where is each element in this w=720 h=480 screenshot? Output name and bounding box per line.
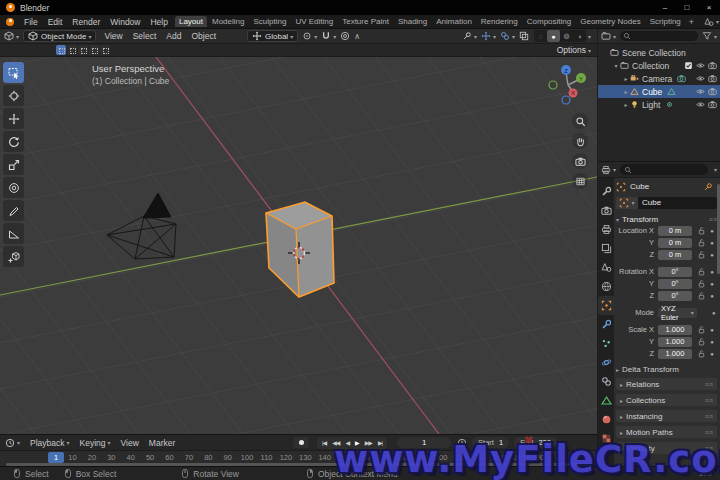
lock-icon[interactable] xyxy=(695,267,708,276)
viewport-3d[interactable]: User Perspective (1) Collection | Cube Z… xyxy=(0,57,597,434)
tab-rendering[interactable]: Rendering xyxy=(477,16,522,27)
value-field[interactable]: 0° xyxy=(658,291,692,301)
render-visibility-icon[interactable] xyxy=(708,61,717,70)
animate-dot-icon[interactable]: ● xyxy=(708,339,716,345)
hide-eye-icon[interactable] xyxy=(696,100,705,109)
outliner-row-cube[interactable]: ▸Cube xyxy=(598,85,720,98)
animate-dot-icon[interactable]: ● xyxy=(708,228,716,234)
gizmo-dropdown-button[interactable]: ▾ xyxy=(462,31,477,41)
properties-tab-modifiers[interactable] xyxy=(598,315,614,334)
options-button[interactable]: Options▾ xyxy=(557,45,591,55)
value-field[interactable]: 0 m xyxy=(658,226,692,236)
proportional-falloff-button[interactable]: ∧ xyxy=(354,32,360,41)
lock-icon[interactable] xyxy=(695,279,708,288)
animate-dot-icon[interactable]: ● xyxy=(708,327,716,333)
properties-tab-view-layer[interactable] xyxy=(598,239,614,258)
tab-compositing[interactable]: Compositing xyxy=(523,16,575,27)
value-field[interactable]: 1.000 xyxy=(658,337,692,347)
tab-animation[interactable]: Animation xyxy=(432,16,476,27)
delta-transform-panel[interactable]: ▸Delta Transform xyxy=(616,365,717,374)
tool-rotate-button[interactable] xyxy=(3,131,24,152)
outliner-search-field[interactable] xyxy=(620,31,698,41)
camera-view-button[interactable] xyxy=(572,153,588,169)
frame-end-field[interactable]: End250 xyxy=(514,437,557,448)
lock-icon[interactable] xyxy=(695,349,708,358)
animate-dot-icon[interactable]: ● xyxy=(708,281,716,287)
properties-tab-constraints[interactable] xyxy=(598,372,614,391)
viewport-menu-add[interactable]: Add xyxy=(161,31,186,41)
play-button[interactable]: ▶ xyxy=(352,439,362,446)
lock-icon[interactable] xyxy=(695,226,708,235)
shading-rendered-button[interactable]: ◑ xyxy=(573,30,586,42)
timeline-editor-icon[interactable]: ▾ xyxy=(0,438,25,448)
next-keyframe-button[interactable]: ▶▶ xyxy=(362,439,375,446)
panel-motion-paths[interactable]: ▸Motion Paths≡≡ xyxy=(616,426,717,438)
timeline-menu-view[interactable]: View xyxy=(116,438,144,448)
shading-dropdown-icon[interactable]: ▾ xyxy=(588,33,591,40)
properties-tab-render[interactable] xyxy=(598,201,614,220)
preview-range-clock-icon[interactable] xyxy=(457,438,467,448)
animate-dot-icon[interactable]: ● xyxy=(710,310,717,316)
transform-panel-header[interactable]: ▾ Transform ≡≡ xyxy=(616,215,717,224)
proportional-edit-button[interactable] xyxy=(340,31,350,41)
show-gizmos-toggle[interactable]: ▾ xyxy=(481,31,496,41)
properties-tab-physics[interactable] xyxy=(598,353,614,372)
panel-relations[interactable]: ▸Relations≡≡ xyxy=(616,378,717,390)
panel-collections[interactable]: ▸Collections≡≡ xyxy=(616,394,717,406)
outliner-row-camera[interactable]: ▸Camera xyxy=(598,72,720,85)
properties-search-field[interactable] xyxy=(620,164,708,175)
animate-dot-icon[interactable]: ● xyxy=(708,252,716,258)
properties-tab-world[interactable] xyxy=(598,277,614,296)
value-field[interactable]: 0° xyxy=(658,279,692,289)
properties-tab-particles[interactable] xyxy=(598,334,614,353)
maximize-button[interactable]: □ xyxy=(676,0,698,15)
transform-orientation-dropdown[interactable]: Global▾ xyxy=(247,30,298,42)
properties-tab-texture[interactable] xyxy=(598,429,614,448)
prev-keyframe-button[interactable]: ◀◀ xyxy=(329,439,342,446)
panel-visibility[interactable]: ▸Visibility≡≡ xyxy=(616,442,717,454)
lock-icon[interactable] xyxy=(695,325,708,334)
tab-shading[interactable]: Shading xyxy=(394,16,431,27)
value-field[interactable]: 1.000 xyxy=(658,349,692,359)
outliner-display-mode-icon[interactable] xyxy=(601,31,611,41)
shading-material-button[interactable]: ◍ xyxy=(560,30,573,42)
object-type-dropdown[interactable]: ▾ xyxy=(616,197,638,209)
animate-dot-icon[interactable]: ● xyxy=(708,293,716,299)
pin-icon[interactable] xyxy=(703,182,713,192)
hide-eye-icon[interactable] xyxy=(696,74,705,83)
viewport-menu-object[interactable]: Object xyxy=(186,31,221,41)
breadcrumb-object[interactable]: Cube xyxy=(630,182,649,191)
value-field[interactable]: 0° xyxy=(658,267,692,277)
current-frame-field[interactable]: 1 xyxy=(397,437,451,448)
jump-to-start-button[interactable]: |◀ xyxy=(319,439,329,446)
animate-dot-icon[interactable]: ● xyxy=(708,240,716,246)
properties-editor-icon[interactable] xyxy=(601,165,611,175)
menu-help[interactable]: Help xyxy=(145,17,172,27)
menu-window[interactable]: Window xyxy=(105,17,145,27)
value-field[interactable]: 0 m xyxy=(658,238,692,248)
render-visibility-icon[interactable] xyxy=(708,87,717,96)
pan-button[interactable] xyxy=(572,133,588,149)
hide-eye-icon[interactable] xyxy=(696,61,705,70)
menu-edit[interactable]: Edit xyxy=(43,17,68,27)
current-frame-badge[interactable]: 1 xyxy=(48,452,64,463)
viewport-menu-select[interactable]: Select xyxy=(128,31,162,41)
frame-start-field[interactable]: Start1 xyxy=(472,437,509,448)
render-visibility-icon[interactable] xyxy=(708,100,717,109)
mode-dropdown[interactable]: XYZ Euler▾ xyxy=(658,308,697,318)
disclosure-icon[interactable]: ▸ xyxy=(622,88,630,95)
tool-transform-button[interactable] xyxy=(3,177,24,198)
scene-selector[interactable]: ▾ Scene xyxy=(704,17,720,27)
value-field[interactable]: 1.000 xyxy=(658,325,692,335)
animate-dot-icon[interactable]: ● xyxy=(708,269,716,275)
timeline-menu-marker[interactable]: Marker xyxy=(144,438,180,448)
outliner-row-scene-collection[interactable]: Scene Collection xyxy=(598,46,720,59)
select-mode-intersect[interactable] xyxy=(100,45,110,55)
blender-menu-icon[interactable] xyxy=(6,18,14,26)
properties-tab-output[interactable] xyxy=(598,220,614,239)
animate-dot-icon[interactable]: ● xyxy=(708,351,716,357)
render-visibility-icon[interactable] xyxy=(708,74,717,83)
hide-eye-icon[interactable] xyxy=(696,87,705,96)
tool-scale-button[interactable] xyxy=(3,154,24,175)
lock-icon[interactable] xyxy=(695,238,708,247)
